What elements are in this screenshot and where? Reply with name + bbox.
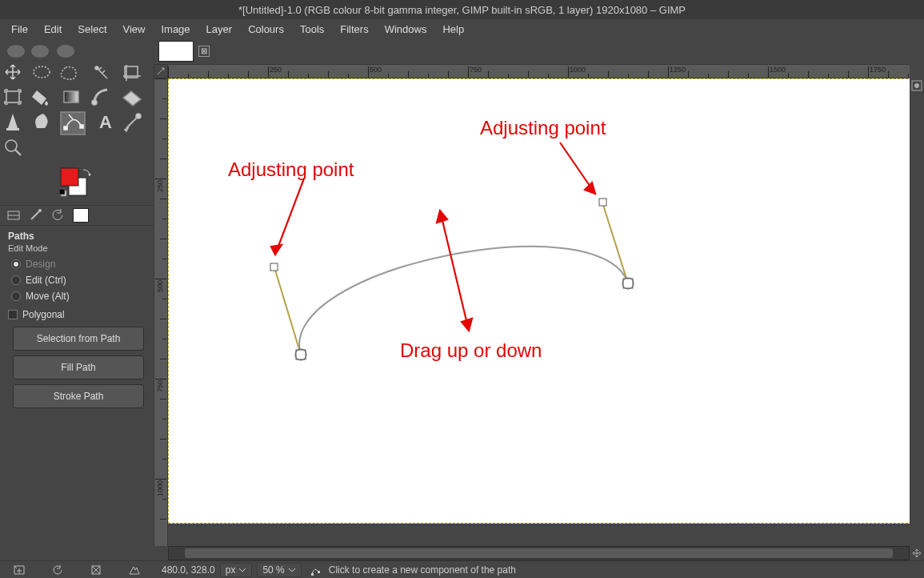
tool-free-select-icon[interactable] — [61, 67, 76, 79]
delete-preset-icon[interactable] — [89, 564, 103, 576]
svg-point-1 — [31, 45, 49, 58]
horizontal-scrollbar[interactable] — [168, 546, 910, 560]
radio-icon — [11, 291, 21, 301]
tab-device-status-icon[interactable] — [27, 207, 45, 223]
left-panel: A — [0, 38, 154, 560]
svg-point-21 — [38, 209, 42, 212]
reset-preset-icon[interactable] — [127, 564, 142, 576]
radio-icon — [11, 259, 21, 269]
tool-paintbrush-icon[interactable] — [92, 90, 107, 105]
tool-move-icon[interactable] — [6, 65, 20, 79]
chevron-down-icon — [238, 567, 246, 573]
mode-move[interactable]: Move (Alt) — [8, 288, 149, 304]
menu-view[interactable]: View — [115, 22, 154, 37]
tool-crop-icon[interactable] — [123, 65, 141, 81]
vertical-scrollbar[interactable] — [910, 78, 924, 546]
menu-colours[interactable]: Colours — [240, 22, 292, 37]
menu-filters[interactable]: Filters — [332, 22, 376, 37]
navigation-icon[interactable] — [910, 546, 924, 560]
radio-icon — [11, 275, 21, 285]
svg-point-38 — [914, 83, 919, 88]
stroke-path-button[interactable]: Stroke Path — [13, 384, 144, 408]
save-preset-icon[interactable] — [12, 564, 26, 576]
menu-windows[interactable]: Windows — [377, 22, 435, 37]
tool-options-footer — [0, 560, 154, 578]
toolbox: A — [0, 38, 154, 162]
svg-rect-41 — [318, 571, 320, 573]
svg-rect-17 — [61, 168, 78, 186]
image-tab[interactable] — [158, 41, 194, 62]
menu-help[interactable]: Help — [434, 22, 472, 37]
fg-bg-colors[interactable] — [0, 162, 154, 205]
mode-label: Edit (Ctrl) — [26, 275, 66, 286]
svg-text:A: A — [99, 112, 112, 132]
svg-point-15 — [6, 140, 17, 151]
tool-options-title: Paths — [8, 229, 149, 243]
svg-rect-40 — [311, 573, 314, 576]
status-hint: Click to create a new component of the p… — [329, 564, 516, 576]
window-title: *[Untitled]-1.0 (RGB colour 8-bit gamma … — [0, 0, 924, 19]
tool-unified-transform-icon[interactable] — [5, 90, 21, 104]
tool-bucket-fill-icon[interactable] — [32, 90, 48, 106]
tool-smudge-icon[interactable] — [35, 114, 47, 128]
svg-rect-9 — [6, 128, 19, 130]
svg-rect-19 — [59, 189, 65, 195]
tool-ellipse-select-icon[interactable] — [34, 66, 50, 78]
quickmask-toggle[interactable] — [154, 546, 168, 560]
svg-point-8 — [92, 100, 97, 105]
svg-rect-7 — [64, 91, 78, 102]
svg-point-3 — [34, 66, 50, 78]
svg-rect-10 — [61, 112, 85, 134]
tool-gradient-icon[interactable] — [64, 91, 78, 102]
mode-design[interactable]: Design — [8, 256, 149, 272]
image-tabs: ⊠ — [154, 38, 924, 64]
canvas[interactable]: Adjusting point Adjusting point Drag up … — [168, 78, 910, 546]
selection-from-path-button[interactable]: Selection from Path — [13, 327, 144, 351]
status-coords: 480.0, 328.0 — [162, 564, 215, 576]
svg-point-14 — [136, 114, 141, 118]
close-tab-icon[interactable]: ⊠ — [198, 46, 210, 57]
fill-path-button[interactable]: Fill Path — [13, 355, 144, 379]
tab-undo-history-icon[interactable] — [50, 207, 67, 223]
menu-image[interactable]: Image — [153, 22, 198, 37]
tool-options: Paths Edit Mode Design Edit (Ctrl) Move … — [0, 226, 154, 560]
mode-edit[interactable]: Edit (Ctrl) — [8, 272, 149, 288]
tool-clone-icon[interactable] — [6, 114, 19, 130]
tool-zoom-icon[interactable] — [6, 140, 21, 155]
dock-tabs — [0, 205, 154, 226]
menu-tools[interactable]: Tools — [292, 22, 332, 37]
svg-rect-12 — [80, 125, 83, 128]
svg-rect-6 — [6, 91, 19, 102]
status-unit[interactable]: px — [220, 563, 253, 577]
mode-label: Design — [26, 259, 55, 270]
menu-bar: File Edit Select View Image Layer Colour… — [0, 19, 924, 38]
polygonal-check[interactable]: Polygonal — [8, 304, 149, 327]
menu-layer[interactable]: Layer — [198, 22, 241, 37]
tab-tool-options-icon[interactable] — [5, 207, 22, 223]
ruler-horizontal[interactable]: 2505007501000125015001750 — [168, 64, 910, 78]
menu-select[interactable]: Select — [70, 22, 114, 37]
tool-text-icon[interactable]: A — [99, 112, 112, 132]
status-hint-icon — [306, 563, 324, 577]
status-zoom[interactable]: 50 % — [257, 563, 301, 577]
tool-color-picker-icon[interactable] — [125, 114, 141, 131]
svg-rect-11 — [64, 126, 67, 130]
menu-edit[interactable]: Edit — [36, 22, 70, 37]
tool-eraser-icon[interactable] — [123, 91, 141, 106]
menu-file[interactable]: File — [3, 22, 36, 37]
tab-images-icon[interactable] — [72, 207, 90, 223]
tool-fuzzy-select-icon[interactable] — [95, 66, 107, 78]
checkbox-icon — [8, 310, 18, 319]
restore-preset-icon[interactable] — [50, 564, 65, 576]
ruler-origin[interactable] — [154, 64, 168, 78]
svg-point-4 — [95, 66, 98, 70]
mode-label: Move (Alt) — [26, 291, 70, 302]
chevron-down-icon — [288, 567, 296, 573]
edit-mode-label: Edit Mode — [8, 243, 149, 256]
polygonal-label: Polygonal — [22, 309, 65, 320]
canvas-area: ⊠ 2505007501000125015001750 250500750100… — [154, 38, 924, 560]
quickmask-icon[interactable] — [911, 80, 922, 91]
svg-point-2 — [57, 45, 74, 58]
ruler-vertical[interactable]: 2505007501000 — [154, 78, 168, 546]
svg-point-0 — [7, 45, 25, 58]
